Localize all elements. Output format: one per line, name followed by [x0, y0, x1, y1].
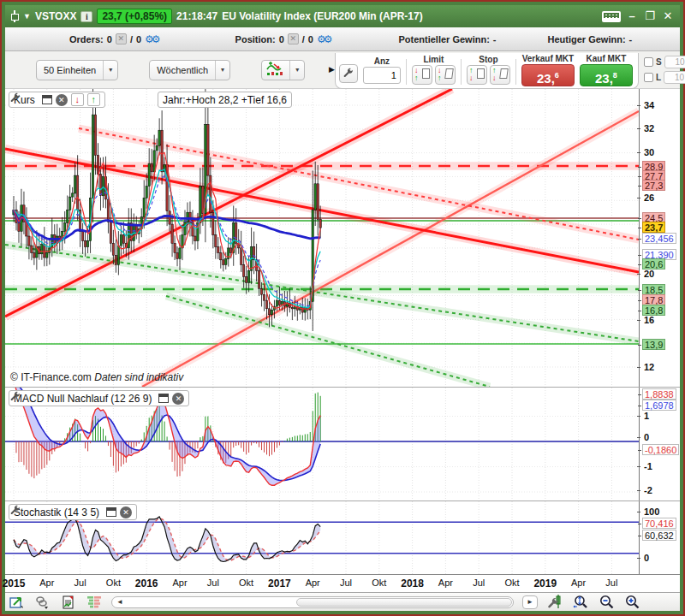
axis-label: 23,456 — [642, 233, 676, 244]
time-axis-label: Jul — [605, 578, 617, 588]
stop-distance-input[interactable] — [664, 56, 685, 68]
keyboard-icon[interactable] — [602, 11, 621, 22]
position-settings-icon[interactable]: ⚙⚙ — [317, 33, 331, 45]
position-close-icon[interactable]: ✕ — [288, 33, 299, 44]
trade-panel-wrap: ▶ Anz Limit ↓↑ ↓↑ — [329, 53, 685, 89]
timeframe-select[interactable]: Wöchentlich ▾ — [149, 60, 230, 80]
link-icon[interactable] — [34, 595, 51, 610]
time-scrollbar[interactable]: ◄ — [111, 596, 514, 608]
stop-checkbox[interactable] — [644, 57, 653, 67]
close-panel-icon[interactable]: ✕ — [120, 506, 132, 518]
export-icon[interactable] — [9, 595, 26, 610]
axis-label: 60,632 — [642, 530, 676, 541]
time-axis-label: Okt — [372, 578, 386, 588]
zoom-out-icon[interactable] — [598, 595, 615, 610]
axis-label: 23,7 — [642, 222, 665, 233]
stop-group: Stop ↑↓ ↑↓ — [467, 55, 510, 85]
disclaimer-text: Daten sind indikativ — [94, 371, 183, 383]
buy-mkt-label: Kauf MKT — [587, 54, 627, 63]
limit-distance-input[interactable] — [664, 71, 685, 84]
close-panel-icon[interactable]: ✕ — [172, 393, 184, 405]
detach-window-icon[interactable] — [42, 95, 52, 104]
stochastic-panel-header: Stochastik (14 3 5) ✕ — [9, 504, 137, 520]
scroll-right-button[interactable]: ► — [522, 595, 538, 609]
position-count2: 0 — [308, 34, 313, 44]
price-panel-header: Kurs ✕ ↓ ↑ — [9, 92, 105, 108]
scroll-left-icon[interactable]: ◄ — [112, 598, 123, 606]
maximize-button[interactable]: ❐ — [643, 9, 657, 23]
limit-order-button[interactable]: ↓↑ — [412, 65, 432, 85]
time-axis-label: Jul — [340, 578, 352, 588]
orders-settings-icon[interactable]: ⚙⚙ — [145, 33, 158, 45]
time-axis-label: 2019 — [533, 578, 557, 589]
position-slash: / — [302, 34, 305, 44]
bottom-toolbar: ◄ ► — [5, 592, 680, 611]
instrument-description: EU Volatility Index (EUR200 Min (APR-17) — [222, 10, 423, 22]
position-group: Position: 0 ✕ / 0 ⚙⚙ — [235, 33, 331, 45]
units-select-value: 50 Einheiten — [37, 65, 103, 75]
limit-checkbox-label: L — [656, 73, 661, 82]
axis-label: 27,3 — [642, 180, 665, 191]
time-axis-label: Apr — [172, 578, 187, 588]
time-axis[interactable]: 2015AprJulOkt2016AprJulOkt2017AprJulOkt2… — [5, 574, 680, 592]
axis-label: 32 — [642, 123, 656, 134]
time-axis-label: 2016 — [135, 578, 158, 589]
sell-arrow-icon[interactable]: ↓ — [71, 93, 84, 106]
buy-market-button[interactable]: 23,8 — [580, 64, 633, 86]
sell-market-button[interactable]: 23,6 — [521, 64, 575, 86]
symbol-dropdown-caret[interactable]: ▼ — [23, 12, 31, 21]
stop-order-modify-button[interactable]: ↑↓ — [490, 65, 510, 85]
copyright-text: © IT-Finance.com — [10, 371, 92, 383]
title-bar: ▼ VSTOXX i 23,7 (+0,85%) 21:18:47 EU Vol… — [5, 5, 680, 27]
buy-arrow-icon[interactable]: ↑ — [87, 93, 100, 106]
chart-settings-icon[interactable] — [546, 595, 563, 610]
macd-panel-header: MACD Null Nachlauf (12 26 9) ✕ — [9, 390, 189, 406]
trade-settings-button[interactable] — [339, 64, 358, 83]
axis-label: 26 — [642, 192, 656, 204]
time-axis-label: Okt — [106, 578, 121, 588]
axis-label: -1 — [642, 461, 654, 472]
limit-checkbox[interactable] — [644, 73, 653, 82]
axis-label: -2 — [642, 485, 654, 496]
time-axis-label: 2015 — [3, 578, 26, 589]
sell-price: 23, — [537, 71, 555, 86]
stochastic-panel: 10070,41660,6320 Stochastik (14 3 5) ✕ — [5, 500, 680, 574]
stop-checkbox-label: S — [656, 57, 662, 67]
detach-window-icon[interactable] — [158, 394, 169, 403]
stochastic-axis[interactable]: 10070,41660,6320 — [639, 501, 680, 574]
scrollbar-thumb[interactable] — [296, 598, 512, 607]
orders-cancel-icon[interactable]: ✕ — [116, 33, 127, 44]
timeframe-select-caret: ▾ — [215, 61, 229, 80]
price-axis[interactable]: 34323028,927,727,32624,523,723,45621,390… — [639, 89, 680, 387]
candlestick-icon — [10, 10, 19, 22]
app-window: ▼ VSTOXX i 23,7 (+0,85%) 21:18:47 EU Vol… — [0, 0, 685, 616]
axis-label: -0,1860 — [642, 444, 679, 455]
close-button[interactable]: ✕ — [661, 9, 675, 23]
axis-label: 30 — [642, 147, 656, 158]
trade-panel-collapse-caret[interactable]: ▶ — [329, 65, 335, 74]
news-icon[interactable] — [60, 595, 77, 610]
macd-axis[interactable]: 1,88381,697810-0,1860-1-2 — [639, 388, 680, 500]
today-gain-label: Heutiger Gewinn: — [548, 34, 626, 44]
stop-order-button[interactable]: ↑↓ — [467, 65, 487, 85]
chart-type-button[interactable]: ▾ — [261, 60, 305, 80]
units-select[interactable]: 50 Einheiten ▾ — [36, 60, 118, 80]
quantity-input[interactable] — [363, 67, 401, 84]
orders-count2: 0 — [136, 34, 141, 44]
wrench-icon — [342, 68, 354, 79]
orders-slash: / — [130, 34, 133, 44]
minimize-button[interactable]: – — [625, 9, 639, 23]
limit-order-modify-button[interactable]: ↓↑ — [435, 65, 456, 85]
detach-window-icon[interactable] — [106, 507, 116, 517]
zoom-fit-icon[interactable] — [572, 595, 589, 610]
close-panel-icon[interactable]: ✕ — [56, 94, 68, 106]
order-book-icon[interactable] — [86, 595, 103, 610]
info-icon[interactable]: i — [80, 11, 92, 22]
axis-label: 1,8838 — [642, 388, 676, 400]
anz-label: Anz — [374, 56, 390, 66]
potential-gain-group: Potentieller Gewinn: - — [398, 34, 496, 44]
zoom-in-icon[interactable] — [623, 595, 640, 610]
anz-group: Anz — [363, 56, 401, 84]
axis-label: 12 — [642, 362, 656, 373]
price-chart[interactable] — [5, 89, 639, 387]
